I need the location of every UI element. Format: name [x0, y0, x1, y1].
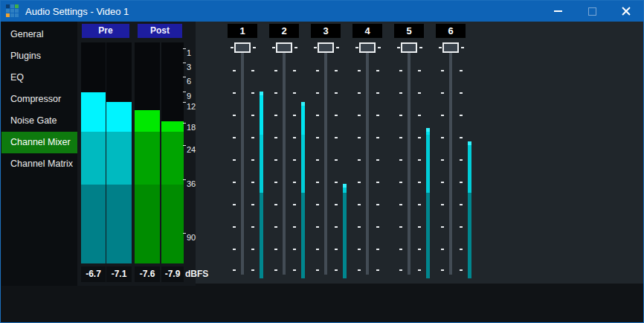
fader-track-6[interactable]: [449, 44, 452, 275]
post-meter-readout: -7.6: [135, 266, 160, 282]
channel-meter-1: [260, 92, 263, 278]
fader-side-dash: [314, 47, 317, 48]
sidebar-item-general[interactable]: General: [1, 24, 77, 45]
app-icon[interactable]: [6, 4, 19, 18]
meter-zone: [426, 193, 430, 278]
fader-scale-dash: [335, 92, 338, 94]
fader-scale-dash: [399, 92, 402, 94]
fader-side-dash: [461, 47, 464, 48]
fader-scale-dash: [399, 137, 402, 138]
fader-scale-dash: [251, 249, 254, 250]
app-icon-square: [15, 4, 19, 8]
db-scale-tick: [183, 48, 186, 49]
fader-scale-dash: [460, 159, 463, 161]
app-icon-square: [15, 9, 19, 13]
fader-scale-dash: [316, 159, 319, 161]
fader-track-3[interactable]: [324, 44, 327, 275]
channel-header-6[interactable]: 6: [436, 24, 466, 38]
fader-scale-dash: [251, 92, 254, 94]
fader-handle-6[interactable]: [442, 42, 459, 53]
meter-zone: [106, 132, 132, 185]
meter-peak-cap: [426, 128, 430, 132]
fader-scale-dash: [335, 182, 338, 183]
post-meter-readout: -7.9: [161, 266, 184, 282]
fader-track-2[interactable]: [283, 44, 286, 275]
fader-scale-dash: [418, 92, 421, 94]
sidebar-item-plugins[interactable]: Plugins: [1, 45, 77, 67]
fader-scale-dash: [376, 115, 379, 116]
fader-scale-dash: [251, 115, 254, 116]
fader-scale-dash: [418, 249, 421, 250]
fader-handle-4[interactable]: [359, 42, 376, 53]
channel-header-5[interactable]: 5: [394, 24, 424, 38]
fader-scale-dash: [316, 204, 319, 205]
channel-header-1[interactable]: 1: [228, 24, 257, 38]
fader-scale-dash: [335, 249, 338, 250]
fader-scale-dash: [233, 182, 236, 183]
fader-track-5[interactable]: [408, 44, 410, 275]
fader-track-4[interactable]: [366, 44, 369, 275]
channel-header-2[interactable]: 2: [269, 24, 299, 38]
fader-scale-dash: [399, 115, 402, 116]
fader-scale-dash: [358, 249, 361, 250]
fader-handle-2[interactable]: [276, 42, 292, 53]
fader-scale-dash: [358, 92, 361, 94]
sidebar-item-channel-matrix[interactable]: Channel Matrix: [1, 153, 77, 175]
channel-header-3[interactable]: 3: [311, 24, 341, 38]
sidebar-item-compressor[interactable]: Compressor: [1, 89, 77, 110]
fader-scale-dash: [251, 137, 254, 138]
fader-side-dash: [253, 47, 256, 48]
fader-scale-dash: [460, 204, 463, 205]
fader-scale-dash: [376, 269, 379, 271]
fader-scale-dash: [418, 159, 421, 161]
fader-side-dash: [439, 47, 442, 48]
sidebar-item-noise-gate[interactable]: Noise Gate: [1, 110, 77, 132]
app-icon-square: [10, 9, 14, 13]
meter-zone: [81, 132, 106, 185]
channel-header-4[interactable]: 4: [352, 24, 382, 38]
fader-scale-dash: [293, 92, 296, 94]
app-icon-square: [10, 4, 14, 8]
fader-side-dash: [378, 47, 381, 48]
pre-meter-well: [106, 42, 132, 263]
fader-scale-dash: [376, 226, 379, 228]
fader-scale-dash: [233, 226, 236, 228]
sidebar-item-eq[interactable]: EQ: [1, 67, 77, 89]
fader-side-dash: [355, 47, 358, 48]
fader-scale-dash: [460, 269, 463, 271]
fader-scale-dash: [358, 137, 361, 138]
db-scale-label: 1: [187, 48, 191, 58]
fader-track-1[interactable]: [241, 44, 244, 275]
fader-scale-dash: [441, 204, 444, 205]
fader-scale-dash: [335, 137, 338, 138]
footer-bar: Close: [1, 286, 644, 323]
fader-scale-dash: [316, 182, 319, 183]
minimize-button[interactable]: [541, 1, 575, 22]
audio-settings-window: Audio Settings - Video 1 GeneralPluginsE…: [0, 0, 644, 323]
fader-scale-dash: [251, 269, 254, 271]
fader-handle-5[interactable]: [401, 42, 417, 53]
sidebar-item-channel-mixer[interactable]: Channel Mixer: [1, 132, 77, 153]
fader-scale-dash: [441, 182, 444, 183]
fader-scale-dash: [399, 249, 402, 250]
fader-scale-dash: [418, 137, 421, 138]
fader-scale-dash: [274, 269, 277, 271]
maximize-button[interactable]: [575, 1, 609, 22]
fader-scale-dash: [274, 226, 277, 228]
fader-scale-dash: [293, 115, 296, 116]
fader-scale-dash: [460, 226, 463, 228]
fader-scale-dash: [358, 115, 361, 116]
fader-scale-dash: [460, 137, 463, 138]
meter-zone: [161, 132, 184, 185]
fader-scale-dash: [335, 115, 338, 116]
fader-scale-dash: [251, 204, 254, 205]
fader-scale-dash: [418, 70, 421, 71]
app-icon-square: [6, 13, 10, 17]
fader-handle-1[interactable]: [234, 42, 251, 53]
fader-handle-3[interactable]: [318, 42, 334, 53]
fader-scale-dash: [233, 137, 236, 138]
fader-scale-dash: [251, 226, 254, 228]
fader-scale-dash: [251, 159, 254, 161]
close-window-button[interactable]: [609, 1, 643, 22]
meter-zone: [81, 42, 106, 92]
